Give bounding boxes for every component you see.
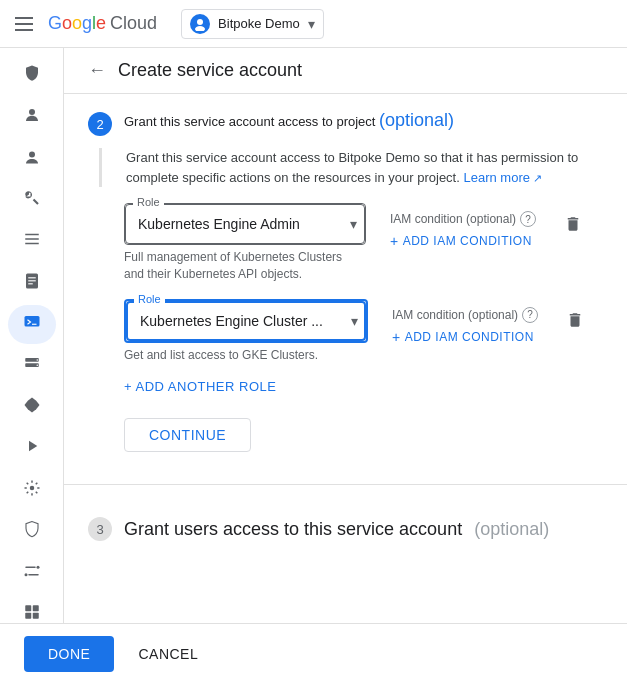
- sidebar-item-config[interactable]: [8, 554, 56, 593]
- svg-rect-11: [24, 316, 39, 327]
- step2-title: Grant this service account access to pro…: [124, 114, 379, 129]
- delete-role-1[interactable]: [560, 211, 586, 242]
- config-icon: [23, 562, 41, 585]
- role-field-1: Role Kubernetes Engine Admin ▾ Full mana…: [124, 203, 366, 283]
- dropdown-arrow-icon: ▾: [308, 16, 315, 32]
- role-row-1: Role Kubernetes Engine Admin ▾ Full mana…: [124, 203, 603, 283]
- role-field-2: Role Kubernetes Engine Cluster ... ▾ Get…: [124, 299, 368, 364]
- delete-role-2[interactable]: [562, 307, 588, 338]
- add-iam-link-1[interactable]: + ADD IAM CONDITION: [390, 233, 536, 249]
- svg-rect-19: [25, 566, 36, 568]
- project-selector[interactable]: Bitpoke Demo ▾: [181, 9, 324, 39]
- role-select-wrapper-1: Role Kubernetes Engine Admin ▾: [124, 203, 366, 245]
- sidebar-item-deploy[interactable]: [8, 429, 56, 468]
- main-content: ← Create service account 2 Grant this se…: [64, 48, 627, 684]
- svg-point-3: [29, 152, 35, 158]
- roles-container: Role Kubernetes Engine Admin ▾ Full mana…: [88, 203, 603, 452]
- add-iam-plus-icon-2: +: [392, 329, 401, 345]
- iam-condition-text-2: IAM condition (optional): [392, 308, 518, 322]
- svg-point-2: [29, 109, 35, 115]
- shield-icon: [23, 64, 41, 87]
- step2-badge: 2: [88, 112, 112, 136]
- sidebar-item-docs[interactable]: [8, 263, 56, 302]
- sidebar-item-labels[interactable]: [8, 388, 56, 427]
- svg-point-20: [36, 566, 39, 569]
- role-iam-row-1: Role Kubernetes Engine Admin ▾ Full mana…: [124, 203, 603, 283]
- role-row-2: Role Kubernetes Engine Cluster ... ▾ Get…: [124, 299, 603, 364]
- sidebar-item-console[interactable]: [8, 305, 56, 344]
- svg-marker-17: [29, 441, 37, 452]
- svg-rect-10: [28, 283, 33, 284]
- svg-rect-5: [25, 238, 39, 240]
- role-description-1: Full management of Kubernetes Clusters a…: [124, 249, 364, 283]
- svg-rect-9: [28, 280, 36, 281]
- step2-header: 2 Grant this service account access to p…: [88, 110, 603, 136]
- google-cloud-logo: Google Cloud: [48, 13, 157, 34]
- iam-condition-help-icon-1[interactable]: ?: [520, 211, 536, 227]
- content-area: 2 Grant this service account access to p…: [64, 94, 627, 468]
- sidebar-item-shield[interactable]: [8, 56, 56, 95]
- role-select-wrapper-2: Role Kubernetes Engine Cluster ... ▾: [124, 299, 368, 343]
- svg-point-16: [36, 364, 38, 366]
- role-select-1[interactable]: Kubernetes Engine Admin: [125, 204, 365, 244]
- sidebar-item-tools[interactable]: [8, 180, 56, 219]
- step2-title-area: Grant this service account access to pro…: [124, 110, 454, 131]
- svg-rect-4: [25, 234, 39, 236]
- iam-condition-area-1: IAM condition (optional) ? + ADD IAM CON…: [390, 203, 536, 249]
- header: Google Cloud Bitpoke Demo ▾: [0, 0, 627, 48]
- sidebar-item-storage[interactable]: [8, 346, 56, 385]
- add-another-role-button[interactable]: + ADD ANOTHER ROLE: [124, 379, 603, 394]
- account-icon: [23, 147, 41, 170]
- svg-rect-6: [25, 243, 39, 245]
- add-iam-label-1: ADD IAM CONDITION: [403, 234, 532, 248]
- iam-condition-label-1: IAM condition (optional) ?: [390, 211, 536, 227]
- role-iam-row-2: Role Kubernetes Engine Cluster ... ▾ Get…: [124, 299, 603, 364]
- learn-more-link[interactable]: Learn more: [463, 170, 542, 185]
- svg-rect-8: [28, 277, 36, 278]
- users-icon: [23, 106, 41, 129]
- security2-icon: [23, 520, 41, 543]
- role-label-2: Role: [134, 293, 165, 305]
- role-select-2[interactable]: Kubernetes Engine Cluster ...: [126, 301, 366, 341]
- storage-icon: [23, 355, 41, 378]
- svg-rect-25: [25, 613, 31, 619]
- done-button[interactable]: DONE: [24, 636, 114, 672]
- add-iam-link-2[interactable]: + ADD IAM CONDITION: [392, 329, 538, 345]
- menu-icon[interactable]: [12, 12, 36, 36]
- page-header: ← Create service account: [64, 48, 627, 94]
- tools-icon: [23, 189, 41, 212]
- svg-rect-22: [28, 574, 39, 576]
- sidebar-item-users[interactable]: [8, 97, 56, 136]
- iam-condition-help-icon-2[interactable]: ?: [522, 307, 538, 323]
- role-label-1: Role: [133, 196, 164, 208]
- step3-title: Grant users access to this service accou…: [124, 519, 462, 540]
- step3-optional: (optional): [474, 519, 549, 540]
- bottom-bar: DONE CANCEL: [0, 623, 627, 684]
- add-iam-plus-icon-1: +: [390, 233, 399, 249]
- iam-condition-area-2: IAM condition (optional) ? + ADD IAM CON…: [392, 299, 538, 345]
- console-icon: [23, 313, 41, 336]
- settings-icon: [23, 479, 41, 502]
- svg-point-15: [36, 359, 38, 361]
- sidebar-item-list[interactable]: [8, 222, 56, 261]
- sidebar: [0, 48, 64, 684]
- svg-point-0: [197, 19, 203, 25]
- cancel-button[interactable]: CANCEL: [130, 636, 206, 672]
- continue-button[interactable]: CONTINUE: [124, 418, 251, 452]
- sidebar-item-account[interactable]: [8, 139, 56, 178]
- role-description-2: Get and list access to GKE Clusters.: [124, 347, 364, 364]
- back-button[interactable]: ←: [88, 60, 106, 81]
- add-iam-label-2: ADD IAM CONDITION: [405, 330, 534, 344]
- svg-point-21: [24, 573, 27, 576]
- svg-rect-24: [32, 606, 38, 612]
- sidebar-item-settings[interactable]: [8, 471, 56, 510]
- divider: [64, 484, 627, 485]
- project-avatar: [190, 14, 210, 34]
- step2-subtitle: (optional): [379, 110, 454, 130]
- sidebar-item-security2[interactable]: [8, 512, 56, 551]
- layout: ← Create service account 2 Grant this se…: [0, 48, 627, 684]
- project-name: Bitpoke Demo: [218, 16, 300, 31]
- labels-icon: [23, 396, 41, 419]
- svg-rect-26: [32, 613, 38, 619]
- svg-point-1: [195, 26, 205, 31]
